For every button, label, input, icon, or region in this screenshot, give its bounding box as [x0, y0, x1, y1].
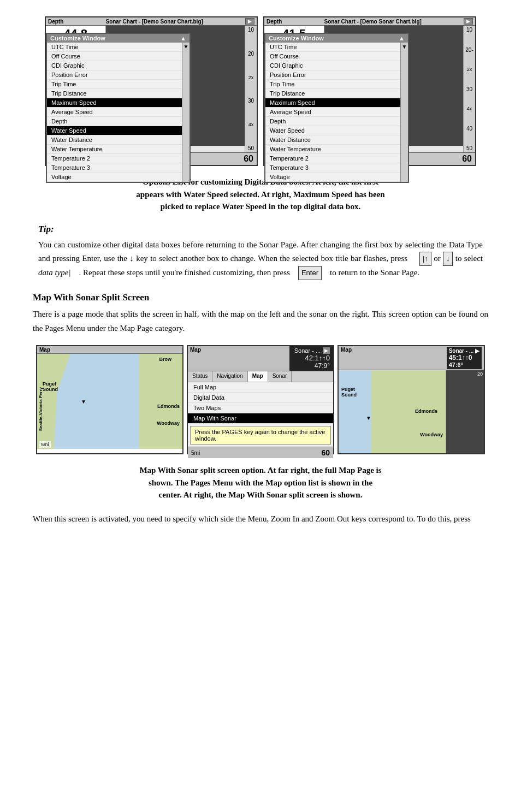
cw-scroll-down[interactable]: ▼ [183, 44, 189, 50]
right-cw-list: UTC Time Off Course CDI Graphic Position… [265, 43, 408, 182]
tab-navigation[interactable]: Navigation [212, 371, 247, 382]
map-center-bottom: 5mi 60 [188, 447, 333, 458]
left-cw-list: UTC Time Off Course CDI Graphic Position… [47, 43, 190, 182]
left-cw-scroll-up[interactable]: ▲ [180, 35, 186, 42]
map-right-sonar-header: Sonar - ... ▶ 45:1↑↑0 47:6° [447, 347, 482, 369]
right-sonar-body: 41.5 Shallow1 Deep100 Water Speed 0.0 Wa… [264, 26, 475, 165]
tab-status[interactable]: Status [188, 371, 212, 382]
menu-digital-data[interactable]: Digital Data [188, 393, 333, 403]
map-center-topbar: Map Sonar - ... ▶ 42:1↑↑0 47:9° [188, 346, 333, 371]
rcw-watertemp[interactable]: Water Temperature [265, 145, 408, 154]
rcw-temp3[interactable]: Temperature 3 [265, 163, 408, 173]
map-sonar-text: There is a page mode that splits the scr… [33, 307, 488, 335]
map-right-topbar: Map Sonar - ... ▶ 45:1↑↑0 47:6° [339, 346, 484, 370]
left-customize-window: Customize Window ▲ UTC Time Off Course C… [46, 33, 191, 183]
cw-waterspeed[interactable]: Water Speed [47, 126, 190, 135]
cw-temp2[interactable]: Temperature 2 [47, 154, 190, 163]
cw-triptime[interactable]: Trip Time [47, 80, 190, 89]
menu-popup-text: Press the PAGES key again to change the … [190, 426, 331, 444]
rcw-avgspeed[interactable]: Average Speed [265, 108, 408, 117]
menu-map-with-sonar[interactable]: Map With Sonar [188, 413, 333, 424]
map-center-coord1: 42:1↑↑0 [293, 354, 330, 362]
right-bottom-num: 60 [462, 154, 472, 164]
map-center-coord2: 47:9° [293, 362, 330, 370]
rcw-waterdist[interactable]: Water Distance [265, 135, 408, 145]
rcw-depth[interactable]: Depth [265, 117, 408, 126]
right-scale-col: 10 20- 2x 30 4x 40 50 [463, 26, 475, 152]
map-left-puget-label: PugetSound [43, 381, 58, 392]
cw-cdi[interactable]: CDI Graphic [47, 61, 190, 70]
tip-section: Tip: You can customize other digital dat… [33, 224, 488, 281]
map-right-edmonds-label: Edmonds [415, 408, 437, 414]
map-left-content: PugetSound Brow Edmonds Woodway Seattle-… [37, 354, 182, 449]
sonar-readout-arrow[interactable]: ▶ [323, 347, 330, 354]
cw-tripdist[interactable]: Trip Distance [47, 89, 190, 98]
cw-temp3[interactable]: Temperature 3 [47, 163, 190, 173]
up-key[interactable]: |↑ [419, 252, 431, 266]
map-sonar-heading: Map With Sonar Split Screen [33, 292, 488, 303]
rcw-temp2[interactable]: Temperature 2 [265, 154, 408, 163]
cw-watertemp[interactable]: Water Temperature [47, 145, 190, 154]
rcw-pos[interactable]: Position Error [265, 70, 408, 80]
tip-title: Tip: [38, 224, 483, 235]
cw-pos[interactable]: Position Error [47, 70, 190, 80]
map-right-woodway-label: Woodway [420, 432, 443, 437]
map-menu-list: Full Map Digital Data Two Maps Map With … [188, 382, 333, 447]
rcw-triptime[interactable]: Trip Time [265, 80, 408, 89]
map-right-sonar-half: 20 40 60 [446, 370, 484, 454]
map-left-ferry-label: Seattle-Victoria Ferry [38, 387, 43, 431]
tab-map[interactable]: Map [248, 371, 268, 382]
rcw-utc[interactable]: UTC Time [265, 43, 408, 52]
rcw-waterspeed[interactable]: Water Speed [265, 126, 408, 135]
map-right-nav-arrow: ▼ [366, 415, 371, 421]
cw-avgspeed[interactable]: Average Speed [47, 108, 190, 117]
map-right-content: PugetSound Edmonds Woodway ▼ 5mi 20 40 6… [339, 370, 484, 454]
map-left-scale: 5mi [39, 441, 51, 448]
left-cw-scroll: ▼ [182, 43, 190, 182]
map-left-edmonds-label: Edmonds [157, 404, 180, 409]
cw-waterdist[interactable]: Water Distance [47, 135, 190, 145]
cw-maxspeed[interactable]: Maximum Speed [47, 98, 190, 108]
map-right-sonar-readout: Sonar - ... ▶ 45:1↑↑0 47:6° [447, 347, 482, 369]
map-panels-row: Map PugetSound Brow Edmonds Woodway Seat… [33, 345, 488, 454]
map-left-topbar: Map [37, 346, 182, 354]
rcw-tripdist[interactable]: Trip Distance [265, 89, 408, 98]
map-center-panel: Map Sonar - ... ▶ 42:1↑↑0 47:9° Status N… [187, 345, 334, 454]
rcw-maxspeed[interactable]: Maximum Speed [265, 98, 408, 108]
map-left-nav-arrow: ▼ [81, 399, 86, 405]
right-cw-scroll: ▼ [400, 43, 408, 182]
down-key[interactable]: ↓ [443, 252, 453, 266]
rcw-offcourse[interactable]: Off Course [265, 52, 408, 61]
rcw-voltage[interactable]: Voltage [265, 173, 408, 182]
enter-key[interactable]: Enter [298, 266, 322, 280]
map-right-puget-label: PugetSound [341, 387, 357, 398]
left-bottom-num: 60 [244, 154, 253, 164]
data-type-label: data type| [38, 268, 71, 277]
map-center-scale: 5mi [191, 450, 200, 456]
tab-sonar[interactable]: Sonar [268, 371, 292, 382]
left-sonar-topbar: Depth Sonar Chart - [Demo Sonar Chart.bl… [46, 17, 257, 26]
right-customize-window: Customize Window ▲ UTC Time Off Course C… [264, 33, 409, 183]
cw-offcourse[interactable]: Off Course [47, 52, 190, 61]
rcw-cdi[interactable]: CDI Graphic [265, 61, 408, 70]
rcw-scroll-down[interactable]: ▼ [402, 44, 407, 50]
left-cw-title: Customize Window ▲ [47, 34, 190, 43]
cw-depth[interactable]: Depth [47, 117, 190, 126]
right-cw-scroll-up[interactable]: ▲ [399, 35, 405, 42]
sonar-panels-row: Depth Sonar Chart - [Demo Sonar Chart.bl… [33, 16, 488, 166]
right-cw-title: Customize Window ▲ [265, 34, 408, 43]
cw-utc[interactable]: UTC Time [47, 43, 190, 52]
map-center-label: Map [188, 346, 289, 371]
left-arrow-btn[interactable]: ▶ [245, 18, 254, 25]
cw-voltage[interactable]: Voltage [47, 173, 190, 182]
map-center-bottom-num: 60 [321, 448, 330, 457]
right-arrow-btn[interactable]: ▶ [464, 18, 473, 25]
right-chart-title: Sonar Chart - [Demo Sonar Chart.blg] [324, 19, 421, 25]
map-right-map-half: PugetSound Edmonds Woodway ▼ 5mi [339, 370, 446, 454]
map-right-label: Map [341, 347, 352, 369]
left-scale-col: 10 20 2x 30 4x 50 [245, 26, 257, 152]
map-right-panel: Map Sonar - ... ▶ 45:1↑↑0 47:6° PugetSou… [338, 345, 485, 454]
caption2: Map With Sonar split screen option. At f… [33, 464, 488, 501]
menu-two-maps[interactable]: Two Maps [188, 403, 333, 413]
menu-full-map[interactable]: Full Map [188, 382, 333, 393]
